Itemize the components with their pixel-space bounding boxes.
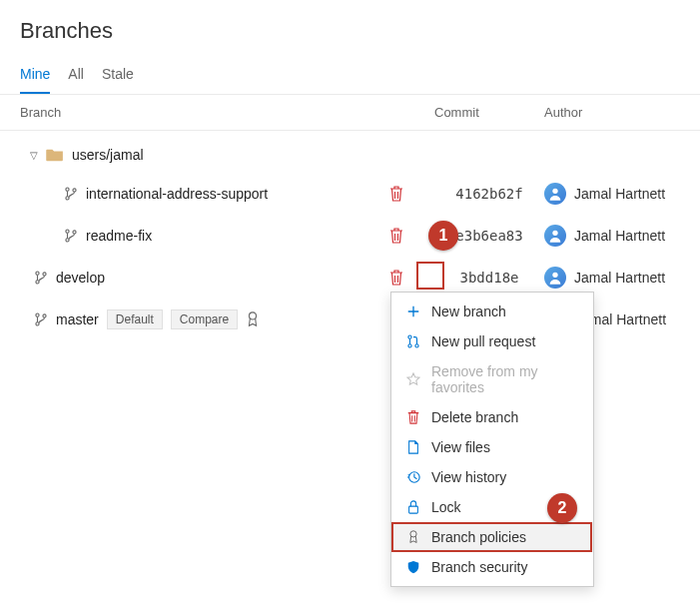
svg-point-6 [73, 231, 76, 234]
policy-ribbon-icon [246, 311, 260, 327]
svg-point-14 [43, 314, 46, 317]
branch-name: international-address-support [86, 186, 268, 202]
svg-point-22 [410, 531, 416, 537]
svg-point-15 [250, 312, 257, 319]
menu-label: View files [431, 439, 490, 455]
annotation-callout-2: 2 [547, 493, 577, 523]
page-title: Branches [20, 18, 680, 44]
svg-point-9 [36, 281, 39, 284]
trash-icon[interactable] [389, 228, 403, 244]
svg-point-10 [43, 273, 46, 276]
menu-delete-branch[interactable]: Delete branch [391, 402, 593, 432]
column-branch[interactable]: Branch [20, 105, 434, 120]
column-commit[interactable]: Commit [434, 105, 544, 120]
folder-icon [46, 148, 64, 162]
menu-label: Branch security [431, 559, 527, 575]
svg-point-19 [415, 344, 418, 347]
branch-icon [34, 271, 48, 285]
menu-view-files[interactable]: View files [391, 432, 593, 462]
menu-label: Remove from my favorites [431, 363, 579, 395]
table-row[interactable]: readme-fix e3b6ea83 Jamal Hartnett [0, 215, 700, 257]
menu-label: View history [431, 469, 506, 485]
menu-remove-favorite: Remove from my favorites [391, 356, 593, 402]
folder-row[interactable]: ▽ users/jamal [0, 137, 700, 173]
svg-point-2 [73, 189, 76, 192]
pull-request-icon [405, 333, 421, 349]
menu-new-branch[interactable]: New branch [391, 297, 593, 326]
menu-branch-security[interactable]: Branch security [391, 552, 593, 582]
commit-hash[interactable]: 3bdd18e [434, 270, 544, 286]
star-outline-icon [405, 371, 421, 387]
svg-rect-21 [409, 506, 418, 513]
svg-point-0 [66, 188, 69, 191]
menu-new-pull-request[interactable]: New pull request [391, 326, 593, 356]
column-author[interactable]: Author [544, 105, 680, 120]
author-name: Jamal Hartnett [574, 228, 665, 244]
svg-point-11 [552, 273, 557, 278]
svg-point-17 [408, 335, 411, 338]
ribbon-icon [405, 529, 421, 545]
plus-icon [405, 303, 421, 319]
branch-icon [64, 229, 78, 243]
svg-point-1 [66, 197, 69, 200]
tab-stale[interactable]: Stale [102, 60, 134, 94]
menu-label: Branch policies [431, 529, 526, 545]
menu-label: Lock [431, 499, 461, 515]
author-name: Jamal Hartnett [574, 270, 665, 286]
branch-name: develop [56, 270, 105, 286]
folder-name: users/jamal [72, 147, 144, 163]
menu-label: New branch [431, 303, 506, 319]
branch-icon [34, 312, 48, 326]
trash-icon[interactable] [389, 186, 403, 202]
trash-icon[interactable] [389, 270, 403, 286]
table-header: Branch Commit Author [0, 95, 700, 131]
annotation-callout-1: 1 [428, 221, 458, 251]
svg-point-7 [552, 231, 557, 236]
avatar [544, 225, 566, 247]
tabs: Mine All Stale [0, 56, 700, 95]
author-name: Jamal Hartnett [574, 186, 665, 202]
branch-icon [64, 187, 78, 201]
file-icon [405, 439, 421, 455]
table-row[interactable]: develop 3bdd18e Jamal Hartnett [0, 257, 700, 299]
menu-label: New pull request [431, 333, 535, 349]
menu-branch-policies[interactable]: Branch policies [391, 522, 593, 552]
table-row[interactable]: master Default Compare ⋯ 4162b62f Jamal … [0, 299, 700, 340]
avatar [544, 267, 566, 289]
shield-icon [405, 559, 421, 575]
avatar [544, 183, 566, 205]
branch-name: master [56, 311, 99, 327]
default-badge: Default [107, 309, 163, 329]
svg-point-13 [36, 322, 39, 325]
svg-point-12 [36, 313, 39, 316]
svg-point-18 [408, 344, 411, 347]
compare-badge[interactable]: Compare [171, 309, 238, 329]
svg-point-3 [552, 189, 557, 194]
menu-view-history[interactable]: View history [391, 462, 593, 492]
lock-icon [405, 499, 421, 515]
svg-point-8 [36, 272, 39, 275]
table-row[interactable]: international-address-support 4162b62f J… [0, 173, 700, 215]
commit-hash[interactable]: 4162b62f [434, 186, 544, 202]
branch-name: readme-fix [86, 228, 152, 244]
tab-all[interactable]: All [68, 60, 84, 94]
branch-context-menu: New branch New pull request Remove from … [390, 292, 594, 587]
svg-point-4 [66, 230, 69, 233]
chevron-down-icon[interactable]: ▽ [30, 150, 38, 161]
trash-icon [405, 409, 421, 425]
svg-point-5 [66, 239, 69, 242]
history-icon [405, 469, 421, 485]
tab-mine[interactable]: Mine [20, 60, 50, 94]
menu-label: Delete branch [431, 409, 518, 425]
